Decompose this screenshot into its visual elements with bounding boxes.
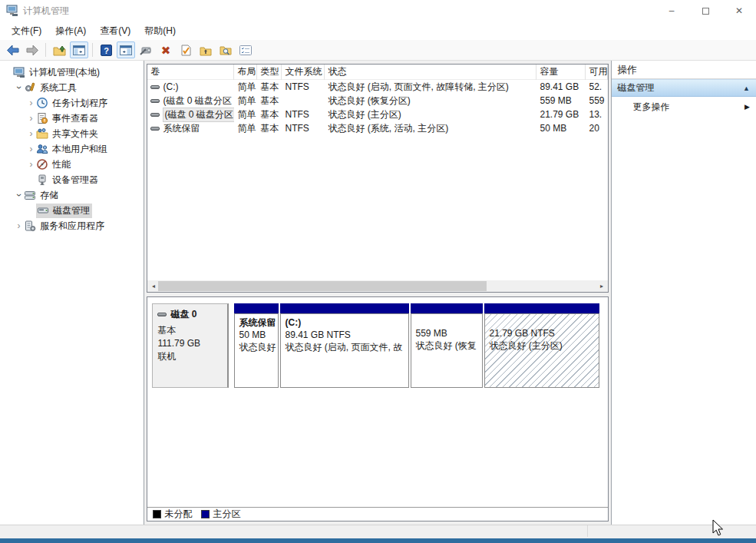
computer-icon bbox=[13, 66, 25, 78]
legend-swatch-primary bbox=[201, 510, 210, 518]
menu-action[interactable]: 操作(A) bbox=[48, 22, 93, 40]
cell-status: 状态良好 (启动, 页面文件, 故障转储, 主分区) bbox=[325, 81, 536, 94]
tree-label: 设备管理器 bbox=[52, 174, 98, 187]
menu-file[interactable]: 文件(F) bbox=[5, 22, 48, 40]
tree-item-device-manager[interactable]: 设备管理器 bbox=[0, 172, 144, 187]
partition-size: 559 MB bbox=[415, 327, 478, 339]
partitions: 系统保留 50 MB 状态良好 ( (C:) 89.41 GB NTFS 状态良… bbox=[234, 303, 599, 388]
column-header-free[interactable]: 可用 bbox=[586, 65, 607, 80]
partition-system-reserved[interactable]: 系统保留 50 MB 状态良好 ( bbox=[234, 303, 279, 388]
chevron-collapsed-icon[interactable]: › bbox=[26, 128, 36, 139]
tree-item-task-scheduler[interactable]: › 任务计划程序 bbox=[0, 95, 144, 111]
menu-view[interactable]: 查看(V) bbox=[93, 22, 137, 40]
chevron-collapsed-icon[interactable]: › bbox=[26, 98, 36, 108]
tree-label: 磁盘管理 bbox=[53, 204, 90, 217]
tree-item-local-users-groups[interactable]: › 本地用户和组 bbox=[0, 141, 144, 157]
services-icon bbox=[24, 220, 36, 232]
partition-size: 21.79 GB NTFS bbox=[489, 327, 595, 339]
column-header-volume[interactable]: 卷 bbox=[147, 65, 234, 80]
tree-item-computer-management[interactable]: 计算机管理(本地) bbox=[0, 65, 144, 80]
red-x-glyph: ✖ bbox=[161, 45, 171, 56]
column-header-layout[interactable]: 布局 bbox=[234, 65, 257, 80]
table-row[interactable]: (磁盘 0 磁盘分区 3) 简单 基本 状态良好 (恢复分区) 559 MB 5… bbox=[147, 94, 607, 108]
section-label: 磁盘管理 bbox=[618, 81, 744, 94]
title-bar: 计算机管理 – ✕ bbox=[0, 0, 756, 22]
partition-c-drive[interactable]: (C:) 89.41 GB NTFS 状态良好 (启动, 页面文件, 故 bbox=[280, 303, 409, 388]
scroll-left-icon[interactable]: ◂ bbox=[147, 280, 159, 292]
scroll-right-icon[interactable]: ▸ bbox=[596, 280, 608, 292]
show-action-pane-icon[interactable] bbox=[117, 41, 135, 58]
disk-0-info[interactable]: 磁盘 0 基本 111.79 GB 联机 bbox=[152, 303, 229, 388]
forward-icon[interactable] bbox=[23, 41, 41, 58]
tree-label: 存储 bbox=[40, 189, 58, 202]
scrollbar-thumb[interactable] bbox=[158, 281, 487, 291]
close-button[interactable]: ✕ bbox=[722, 0, 756, 22]
cell-status: 状态良好 (主分区) bbox=[325, 108, 536, 121]
tree-item-performance[interactable]: › 性能 bbox=[0, 157, 144, 172]
computer-management-window: 计算机管理 – ✕ 文件(F) 操作(A) 查看(V) 帮助(H) ? bbox=[0, 0, 756, 543]
tree-item-storage[interactable]: › 存储 bbox=[0, 187, 144, 203]
properties-icon[interactable] bbox=[137, 41, 155, 58]
disk-icon bbox=[157, 313, 167, 316]
legend-label: 未分配 bbox=[164, 508, 192, 521]
explore-folder-icon[interactable] bbox=[216, 41, 235, 58]
column-header-capacity[interactable]: 容量 bbox=[536, 65, 586, 80]
chevron-expanded-icon[interactable]: › bbox=[14, 83, 25, 93]
show-console-tree-icon[interactable] bbox=[70, 41, 88, 58]
chevron-collapsed-icon[interactable]: › bbox=[26, 144, 36, 154]
maximize-button[interactable] bbox=[688, 0, 722, 22]
status-bar-section bbox=[587, 525, 756, 537]
cell-layout: 简单 bbox=[234, 94, 257, 108]
checklist-doc-icon[interactable] bbox=[177, 41, 195, 58]
minimize-button[interactable]: – bbox=[655, 0, 688, 22]
storage-icon bbox=[24, 189, 36, 201]
column-header-status[interactable]: 状态 bbox=[325, 65, 536, 80]
task-scheduler-icon bbox=[36, 97, 48, 109]
actions-section-disk-management[interactable]: 磁盘管理 ▲ bbox=[612, 79, 756, 97]
tree-item-services-applications[interactable]: › 服务和应用程序 bbox=[0, 218, 144, 233]
table-row[interactable]: 系统保留 简单 基本 NTFS 状态良好 (系统, 活动, 主分区) 50 MB… bbox=[147, 121, 607, 135]
chevron-collapsed-icon[interactable]: › bbox=[26, 159, 36, 170]
cell-free: 13. bbox=[586, 109, 607, 120]
cell-capacity: 559 MB bbox=[536, 95, 586, 106]
legend-bar: 未分配 主分区 bbox=[147, 507, 607, 521]
cell-capacity: 89.41 GB bbox=[536, 81, 586, 92]
table-row-selected[interactable]: (磁盘 0 磁盘分区 4) 简单 基本 NTFS 状态良好 (主分区) 21.7… bbox=[147, 108, 607, 121]
collapse-icon[interactable]: ▲ bbox=[743, 84, 750, 92]
tree-item-system-tools[interactable]: › 系统工具 bbox=[0, 80, 144, 95]
menu-bar: 文件(F) 操作(A) 查看(V) 帮助(H) bbox=[0, 22, 756, 40]
app-icon bbox=[6, 5, 18, 17]
local-users-icon bbox=[36, 143, 48, 155]
tree-item-disk-management[interactable]: 磁盘管理 bbox=[0, 203, 144, 218]
cell-status: 状态良好 (系统, 活动, 主分区) bbox=[325, 122, 536, 135]
partition-status: 状态良好 (主分区) bbox=[489, 339, 595, 352]
partition-status: 状态良好 (启动, 页面文件, 故 bbox=[285, 341, 404, 353]
column-header-fs[interactable]: 文件系统 bbox=[282, 65, 325, 80]
help-icon[interactable]: ? bbox=[97, 41, 115, 58]
column-header-type[interactable]: 类型 bbox=[257, 65, 282, 80]
partition-4-selected[interactable]: 21.79 GB NTFS 状态良好 (主分区) bbox=[484, 303, 599, 388]
task-list-icon[interactable] bbox=[236, 41, 255, 58]
cell-free: 559 bbox=[586, 95, 607, 106]
tree-item-shared-folders[interactable]: › 共享文件夹 bbox=[0, 126, 144, 141]
more-actions-item[interactable]: 更多操作 ▶ bbox=[612, 97, 756, 117]
chevron-expanded-icon[interactable]: › bbox=[14, 190, 25, 200]
volume-icon bbox=[150, 127, 160, 131]
chevron-collapsed-icon[interactable]: › bbox=[14, 220, 24, 231]
horizontal-scrollbar[interactable]: ◂ ▸ bbox=[147, 280, 607, 292]
delete-icon[interactable]: ✖ bbox=[157, 41, 175, 58]
menu-help[interactable]: 帮助(H) bbox=[137, 22, 183, 40]
flyout-arrow-icon: ▶ bbox=[744, 103, 750, 111]
tree-item-event-viewer[interactable]: › 事件查看器 bbox=[0, 111, 144, 126]
partition-recovery[interactable]: 559 MB 状态良好 (恢复 bbox=[411, 303, 483, 388]
open-folder-icon[interactable] bbox=[196, 41, 215, 58]
actions-title: 操作 bbox=[612, 61, 756, 79]
table-row[interactable]: (C:) 简单 基本 NTFS 状态良好 (启动, 页面文件, 故障转储, 主分… bbox=[147, 80, 607, 94]
up-folder-icon[interactable] bbox=[50, 41, 68, 58]
tree-label: 计算机管理(本地) bbox=[29, 66, 100, 79]
volume-table-header: 卷 布局 类型 文件系统 状态 容量 可用 bbox=[147, 65, 607, 80]
chevron-collapsed-icon[interactable]: › bbox=[26, 113, 36, 124]
partition-size: 50 MB bbox=[239, 329, 274, 341]
back-icon[interactable] bbox=[3, 41, 21, 58]
cell-free: 20 bbox=[586, 123, 607, 134]
